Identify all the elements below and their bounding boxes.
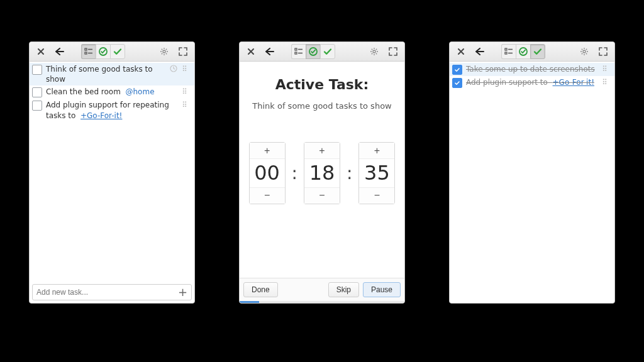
svg-rect-0 bbox=[85, 48, 87, 50]
close-button[interactable] bbox=[33, 44, 48, 59]
svg-rect-10 bbox=[505, 52, 507, 54]
svg-rect-9 bbox=[505, 48, 507, 50]
close-button[interactable] bbox=[453, 44, 469, 59]
pause-button[interactable]: Pause bbox=[363, 282, 401, 297]
task-row[interactable]: Take some up to date screenshots ⠿ bbox=[450, 63, 614, 76]
skip-button[interactable]: Skip bbox=[328, 282, 359, 297]
drag-handle-icon[interactable]: ⠿ bbox=[182, 65, 191, 73]
toolbar bbox=[240, 42, 404, 62]
task-checkbox[interactable] bbox=[32, 87, 42, 97]
svg-rect-6 bbox=[295, 52, 297, 54]
task-row[interactable]: Add plugin support to +Go-For-it! ⠿ bbox=[450, 76, 614, 89]
task-row[interactable]: Add plugin support for repeating tasks t… bbox=[30, 99, 194, 121]
drag-handle-icon[interactable]: ⠿ bbox=[182, 88, 191, 96]
progress-bar bbox=[240, 301, 404, 303]
back-button[interactable] bbox=[262, 44, 277, 59]
task-text: Think of some good tasks to show bbox=[46, 64, 165, 84]
toolbar bbox=[450, 42, 614, 62]
svg-rect-5 bbox=[295, 48, 297, 50]
task-checkbox[interactable] bbox=[452, 78, 462, 88]
window-todo: Think of some good tasks to show ⠿ Clean… bbox=[29, 41, 195, 304]
view-done-button[interactable] bbox=[110, 44, 125, 59]
view-active-button[interactable] bbox=[516, 44, 530, 59]
colon: : bbox=[292, 163, 297, 184]
svg-point-3 bbox=[163, 50, 165, 53]
add-task-input[interactable] bbox=[35, 287, 177, 297]
active-title: Active Task: bbox=[275, 77, 369, 92]
task-text: Take some up to date screenshots bbox=[466, 64, 598, 74]
seconds-minus-button[interactable]: − bbox=[359, 187, 394, 204]
fullscreen-button[interactable] bbox=[386, 44, 401, 59]
task-checkbox[interactable] bbox=[32, 65, 42, 75]
done-button[interactable]: Done bbox=[243, 282, 278, 297]
window-active: Active Task: Think of some good tasks to… bbox=[239, 41, 405, 304]
task-text: Add plugin support for repeating tasks t… bbox=[46, 100, 178, 120]
timer-hours: + 00 − bbox=[249, 142, 286, 204]
task-row[interactable]: Clean the bed room @home ⠿ bbox=[30, 85, 194, 99]
minutes-minus-button[interactable]: − bbox=[304, 187, 340, 204]
drag-handle-icon[interactable]: ⠿ bbox=[602, 79, 611, 86]
svg-point-8 bbox=[373, 50, 375, 53]
done-list: Take some up to date screenshots ⠿ Add p… bbox=[450, 62, 614, 303]
window-done: Take some up to date screenshots ⠿ Add p… bbox=[449, 41, 615, 304]
view-list-button[interactable] bbox=[81, 44, 96, 59]
clock-icon bbox=[169, 65, 178, 72]
task-link[interactable]: +Go-For-it! bbox=[80, 111, 122, 120]
view-list-button[interactable] bbox=[291, 44, 306, 59]
hours-value: 00 bbox=[250, 159, 285, 187]
hours-plus-button[interactable]: + bbox=[250, 143, 285, 159]
fullscreen-button[interactable] bbox=[175, 44, 191, 59]
view-list-button[interactable] bbox=[501, 44, 516, 59]
fullscreen-button[interactable] bbox=[596, 44, 611, 59]
task-checkbox[interactable] bbox=[32, 101, 42, 111]
timer: + 00 − : + 18 − : + 35 − bbox=[249, 142, 396, 204]
view-done-button[interactable] bbox=[320, 44, 335, 59]
settings-button[interactable] bbox=[577, 44, 592, 59]
seconds-plus-button[interactable]: + bbox=[359, 143, 394, 159]
minutes-plus-button[interactable]: + bbox=[304, 143, 340, 159]
view-done-button[interactable] bbox=[530, 44, 545, 59]
drag-handle-icon[interactable]: ⠿ bbox=[602, 65, 611, 73]
progress-fill bbox=[240, 301, 259, 303]
task-context: @home bbox=[126, 87, 155, 96]
task-text: Clean the bed room @home bbox=[46, 87, 178, 97]
task-row[interactable]: Think of some good tasks to show ⠿ bbox=[30, 63, 194, 85]
timer-minutes: + 18 − bbox=[304, 142, 340, 204]
settings-button[interactable] bbox=[157, 44, 172, 59]
add-task-row[interactable]: + bbox=[32, 284, 192, 300]
task-checkbox[interactable] bbox=[452, 65, 462, 75]
hours-minus-button[interactable]: − bbox=[250, 187, 285, 204]
close-button[interactable] bbox=[243, 44, 258, 59]
task-text: Add plugin support to +Go-For-it! bbox=[466, 77, 598, 87]
back-button[interactable] bbox=[52, 44, 67, 59]
settings-button[interactable] bbox=[367, 44, 382, 59]
add-task-button[interactable]: + bbox=[177, 287, 189, 298]
colon: : bbox=[347, 163, 352, 184]
seconds-value: 35 bbox=[359, 159, 394, 187]
back-button[interactable] bbox=[472, 44, 487, 59]
todo-list: Think of some good tasks to show ⠿ Clean… bbox=[30, 62, 194, 282]
active-task-text: Think of some good tasks to show bbox=[252, 101, 391, 111]
view-active-button[interactable] bbox=[96, 44, 110, 59]
timer-seconds: + 35 − bbox=[358, 142, 395, 204]
active-body: Active Task: Think of some good tasks to… bbox=[240, 62, 404, 278]
minutes-value: 18 bbox=[304, 159, 340, 187]
view-active-button[interactable] bbox=[306, 44, 320, 59]
toolbar bbox=[30, 42, 194, 62]
svg-point-12 bbox=[583, 50, 586, 53]
active-footer: Done Skip Pause bbox=[240, 278, 404, 301]
task-link[interactable]: +Go-For-it! bbox=[553, 78, 594, 87]
drag-handle-icon[interactable]: ⠿ bbox=[182, 101, 191, 109]
svg-rect-1 bbox=[85, 52, 87, 54]
